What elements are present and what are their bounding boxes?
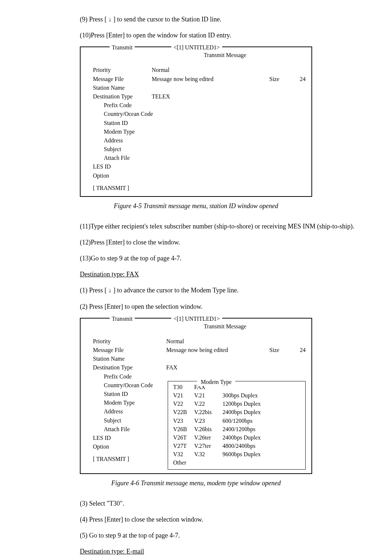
fax-step-1: (1) Press [ ↓ ] to advance the cursor to… <box>29 285 363 295</box>
size-header-2: Size <box>269 346 291 354</box>
step-9: (9) Press [ ↓ ] to send the cursor to th… <box>29 15 363 24</box>
transmit-message-sub-2: Transmit Message <box>204 322 246 331</box>
prefix-code-label-2: Prefix Code <box>86 372 152 381</box>
step-10: (10)Press [Enter] to open the window for… <box>29 31 363 40</box>
priority-label-2: Priority <box>86 337 152 345</box>
dest-type-label: Destination Type <box>86 92 152 101</box>
modem-type-dropdown[interactable]: Modem Type T30FAXV21V.21300bps DuplexV22… <box>168 381 306 470</box>
station-id-label-2: Station ID <box>86 390 152 398</box>
transmit-legend: Transmit <box>110 43 135 52</box>
fax-step-4: (4) Press [Enter] to close the selection… <box>29 515 363 524</box>
modem-option[interactable]: V32V.329600bps Duplex <box>173 450 300 458</box>
message-file-value: Message now being edited <box>152 75 269 83</box>
dest-type-label-2: Destination Type <box>86 363 152 372</box>
size-header: Size <box>269 75 291 83</box>
subject-label-2: Subject <box>86 416 152 425</box>
step-11: (11)Type either recipient's telex subscr… <box>41 222 363 231</box>
figure-4-5-caption: Figure 4-5 Transmit message menu, statio… <box>29 201 363 211</box>
country-code-label-2: Country/Ocean Code <box>86 381 166 389</box>
modem-option[interactable]: V27TV.27ter4800/2400bps <box>173 442 300 450</box>
les-id-label: LES ID <box>86 162 152 171</box>
transmit-legend-2: Transmit <box>110 315 135 323</box>
dest-type-value: TELEX <box>152 92 306 101</box>
priority-label: Priority <box>86 66 152 74</box>
attach-file-label-2: Attach File <box>86 425 152 433</box>
option-label-2: Option <box>86 442 152 451</box>
address-label: Address <box>86 136 152 145</box>
modem-option[interactable]: V21V.21300bps Duplex <box>173 391 300 400</box>
modem-option[interactable]: V22V.221200bps Duplex <box>173 400 300 408</box>
prefix-code-label: Prefix Code <box>86 101 152 109</box>
attach-file-label: Attach File <box>86 154 152 162</box>
les-id-label-2: LES ID <box>86 434 152 442</box>
message-file-label: Message File <box>86 75 152 83</box>
priority-value: Normal <box>152 66 306 74</box>
modem-option[interactable]: V23V.23600/1200bps <box>173 417 300 425</box>
modem-option[interactable]: V26TV.26ter2400bps Duplex <box>173 433 300 442</box>
window-title: <[1] UNTITLED1> <box>171 43 222 52</box>
modem-option[interactable]: T30FAX <box>173 383 300 391</box>
station-id-label: Station ID <box>86 119 152 127</box>
modem-type-label-2: Modem Type <box>86 398 152 407</box>
message-file-value-2: Message now being edited <box>166 346 269 354</box>
modem-type-label: Modem Type <box>86 127 152 136</box>
modem-option[interactable]: V22BV.22bis2400bps Duplex <box>173 408 300 416</box>
country-code-label: Country/Ocean Code <box>86 110 166 118</box>
transmit-window-fax: Transmit <[1] UNTITLED1> Transmit Messag… <box>80 318 312 474</box>
fax-step-5: (5) Go to step 9 at the top of page 4-7. <box>29 531 363 540</box>
priority-value-2: Normal <box>166 337 184 345</box>
transmit-window-telex: Transmit <[1] UNTITLED1> Transmit Messag… <box>80 46 312 197</box>
size-value: 24 <box>291 75 306 83</box>
step-13: (13)Go to step 9 at the top of page 4-7. <box>29 254 363 263</box>
window-title-2: <[1] UNTITLED1> <box>171 315 222 323</box>
modem-option[interactable]: V26BV.26bis2400/1200bps <box>173 425 300 433</box>
modem-type-legend: Modem Type <box>197 378 235 386</box>
station-name-label: Station Name <box>86 84 152 92</box>
transmit-button-2[interactable]: [ TRANSMIT ] <box>86 455 152 463</box>
station-name-label-2: Station Name <box>86 355 152 363</box>
size-value-2: 24 <box>291 346 306 354</box>
subject-label: Subject <box>86 145 152 153</box>
step-12: (12)Press [Enter] to close the window. <box>29 238 363 247</box>
fax-heading: Destination type: FAX <box>80 271 139 278</box>
address-label-2: Address <box>86 407 152 416</box>
message-file-label-2: Message File <box>86 346 152 354</box>
figure-4-6-caption: Figure 4-6 Transmit message menu, modem … <box>29 478 363 488</box>
fax-step-3: (3) Select "T30". <box>29 499 363 508</box>
transmit-message-sub: Transmit Message <box>204 51 246 59</box>
fax-step-2: (2) Press [Enter] to open the selection … <box>29 302 363 311</box>
transmit-button[interactable]: [ TRANSMIT ] <box>86 184 152 192</box>
option-label: Option <box>86 171 152 180</box>
modem-option[interactable]: Other <box>173 458 300 467</box>
email-heading: Destination type: E-mail <box>80 548 144 555</box>
dest-type-value-2: FAX <box>166 363 177 372</box>
